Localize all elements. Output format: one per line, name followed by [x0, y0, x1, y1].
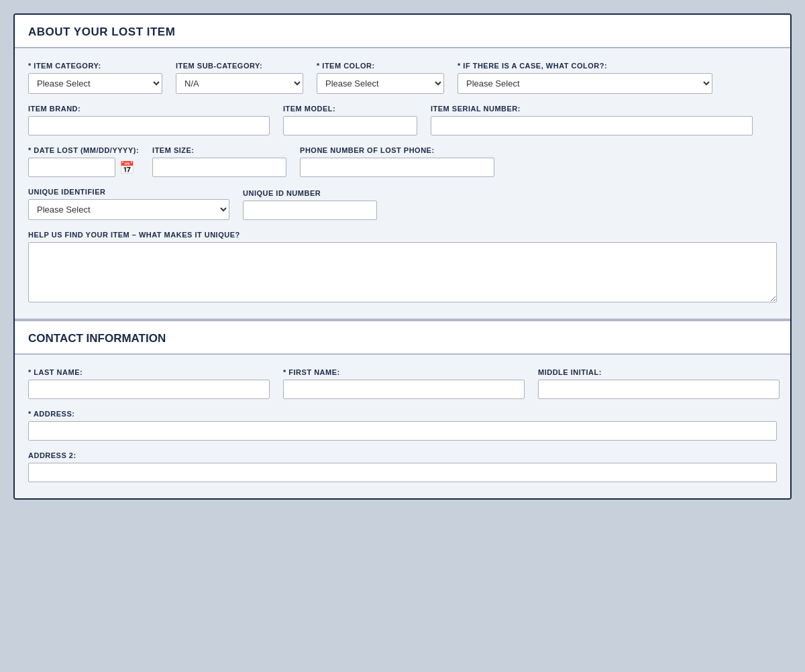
group-item-size: ITEM SIZE: — [152, 146, 286, 177]
input-item-serial[interactable] — [431, 116, 753, 135]
group-item-category: * ITEM CATEGORY: Please Select — [28, 62, 162, 94]
input-date-lost[interactable] — [28, 158, 115, 177]
select-item-category[interactable]: Please Select — [28, 73, 162, 94]
label-unique-description: HELP US FIND YOUR ITEM – WHAT MAKES IT U… — [28, 231, 777, 239]
label-first-name: * FIRST NAME: — [283, 368, 525, 376]
group-address: * ADDRESS: — [28, 410, 777, 441]
calendar-icon[interactable]: 📅 — [119, 160, 134, 175]
input-phone-lost[interactable] — [300, 158, 494, 177]
group-first-name: * FIRST NAME: — [283, 368, 525, 399]
label-item-sub-category: ITEM SUB-CATEGORY: — [176, 62, 303, 70]
date-wrapper: 📅 — [28, 158, 139, 177]
row-brand-model-serial: ITEM BRAND: ITEM MODEL: ITEM SERIAL NUMB… — [28, 105, 777, 135]
group-item-brand: ITEM BRAND: — [28, 105, 270, 135]
group-item-serial: ITEM SERIAL NUMBER: — [431, 105, 753, 135]
label-case-color: * IF THERE IS A CASE, WHAT COLOR?: — [458, 62, 712, 70]
group-case-color: * IF THERE IS A CASE, WHAT COLOR?: Pleas… — [458, 62, 712, 94]
select-unique-identifier[interactable]: Please Select — [28, 199, 229, 220]
row-categories: * ITEM CATEGORY: Please Select ITEM SUB-… — [28, 62, 777, 94]
row-date-size-phone: * DATE LOST (MM/DD/YYYY): 📅 ITEM SIZE: P… — [28, 146, 777, 177]
label-phone-lost: PHONE NUMBER OF LOST PHONE: — [300, 146, 494, 154]
group-unique-description: HELP US FIND YOUR ITEM – WHAT MAKES IT U… — [28, 231, 777, 302]
group-address2: ADDRESS 2: — [28, 451, 777, 482]
label-item-size: ITEM SIZE: — [152, 146, 286, 154]
label-item-category: * ITEM CATEGORY: — [28, 62, 162, 70]
group-item-color: * ITEM COLOR: Please Select — [317, 62, 444, 94]
row-unique: UNIQUE IDENTIFIER Please Select UNIQUE I… — [28, 188, 777, 220]
group-unique-identifier: UNIQUE IDENTIFIER Please Select — [28, 188, 229, 220]
textarea-unique-description[interactable] — [28, 242, 777, 302]
group-item-model: ITEM MODEL: — [283, 105, 417, 135]
group-unique-id-number: UNIQUE ID NUMBER — [243, 189, 377, 220]
label-item-serial: ITEM SERIAL NUMBER: — [431, 105, 753, 113]
group-item-sub-category: ITEM SUB-CATEGORY: N/A — [176, 62, 303, 94]
input-unique-id-number[interactable] — [243, 201, 377, 220]
row-name: * LAST NAME: * FIRST NAME: MIDDLE INITIA… — [28, 368, 777, 399]
label-address: * ADDRESS: — [28, 410, 777, 418]
label-item-color: * ITEM COLOR: — [317, 62, 444, 70]
page-container: ABOUT YOUR LOST ITEM * ITEM CATEGORY: Pl… — [13, 13, 792, 500]
group-date-lost: * DATE LOST (MM/DD/YYYY): 📅 — [28, 146, 139, 177]
input-last-name[interactable] — [28, 380, 270, 399]
group-middle-initial: MIDDLE INITIAL: — [538, 368, 780, 399]
label-date-lost: * DATE LOST (MM/DD/YYYY): — [28, 146, 139, 154]
select-case-color[interactable]: Please Select — [458, 73, 712, 94]
label-middle-initial: MIDDLE INITIAL: — [538, 368, 780, 376]
input-first-name[interactable] — [283, 380, 525, 399]
about-section-header: ABOUT YOUR LOST ITEM — [15, 15, 790, 48]
input-item-brand[interactable] — [28, 116, 270, 135]
about-section-body: * ITEM CATEGORY: Please Select ITEM SUB-… — [15, 48, 790, 319]
label-item-model: ITEM MODEL: — [283, 105, 417, 113]
input-item-model[interactable] — [283, 116, 417, 135]
about-title: ABOUT YOUR LOST ITEM — [28, 25, 777, 39]
label-unique-id-number: UNIQUE ID NUMBER — [243, 189, 377, 197]
input-item-size[interactable] — [152, 158, 286, 177]
label-address2: ADDRESS 2: — [28, 451, 777, 459]
input-address2[interactable] — [28, 463, 777, 482]
contact-section-header: CONTACT INFORMATION — [15, 319, 790, 355]
contact-title: CONTACT INFORMATION — [28, 332, 777, 345]
label-item-brand: ITEM BRAND: — [28, 105, 270, 113]
contact-section-body: * LAST NAME: * FIRST NAME: MIDDLE INITIA… — [15, 355, 790, 498]
input-middle-initial[interactable] — [538, 380, 780, 399]
select-item-color[interactable]: Please Select — [317, 73, 444, 94]
group-last-name: * LAST NAME: — [28, 368, 270, 399]
group-phone-lost: PHONE NUMBER OF LOST PHONE: — [300, 146, 494, 177]
label-last-name: * LAST NAME: — [28, 368, 270, 376]
select-item-sub-category[interactable]: N/A — [176, 73, 303, 94]
input-address[interactable] — [28, 421, 777, 441]
label-unique-identifier: UNIQUE IDENTIFIER — [28, 188, 229, 196]
